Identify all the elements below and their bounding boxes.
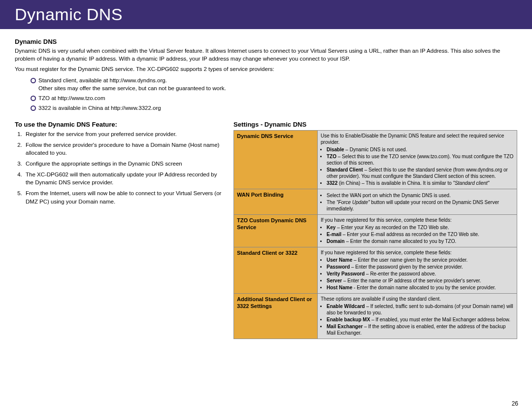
section-heading-intro: Dynamic DNS bbox=[15, 38, 517, 45]
provider-item-tzo: TZO at http://www.tzo.com bbox=[31, 94, 517, 102]
desc-dns-service: Use this to Enable/Disable the Dynamic D… bbox=[318, 130, 517, 189]
provider-item-3322: 3322 is available in China at http://www… bbox=[31, 104, 517, 112]
row-tzo-service: TZO Custom Dynamic DNS Service If you ha… bbox=[234, 214, 517, 247]
row-additional-settings: Additional Standard Client or 3322 Setti… bbox=[234, 293, 517, 339]
steps-list: Register for the service from your prefe… bbox=[24, 130, 222, 206]
label-standard-client: Standard Client or 3322 bbox=[234, 247, 318, 293]
step-3: Configure the appropriate settings in th… bbox=[24, 160, 222, 168]
settings-table: Dynamic DNS Service Use this to Enable/D… bbox=[233, 130, 517, 339]
provider-list: Standard client, available at http://www… bbox=[31, 76, 517, 112]
page-banner-title: Dynamic DNS bbox=[15, 5, 522, 24]
section-heading-settings: Settings - Dynamic DNS bbox=[233, 121, 517, 128]
step-4: The XC-DPG602 will then automatically up… bbox=[24, 171, 222, 186]
step-1: Register for the service from your prefe… bbox=[24, 130, 222, 138]
content: Dynamic DNS Dynamic DNS is very useful w… bbox=[0, 29, 532, 344]
row-dns-service: Dynamic DNS Service Use this to Enable/D… bbox=[234, 130, 517, 189]
row-standard-client: Standard Client or 3322 If you have regi… bbox=[234, 247, 517, 293]
desc-wan-port: Select the WAN port on which the Dynamic… bbox=[318, 189, 517, 214]
header-bar: Dynamic DNS bbox=[0, 0, 532, 29]
label-wan-port: WAN Port Binding bbox=[234, 189, 318, 214]
page-number: 26 bbox=[512, 400, 518, 407]
intro-paragraph-1: Dynamic DNS is very useful when combined… bbox=[15, 47, 517, 63]
desc-additional-settings: These options are available if using the… bbox=[318, 293, 517, 339]
right-column: Settings - Dynamic DNS Dynamic DNS Servi… bbox=[233, 121, 517, 339]
desc-standard-client: If you have registered for this service,… bbox=[318, 247, 517, 293]
intro-paragraph-2: You must register for the Dynamic DNS se… bbox=[15, 66, 517, 73]
row-wan-port: WAN Port Binding Select the WAN port on … bbox=[234, 189, 517, 214]
label-dns-service: Dynamic DNS Service bbox=[234, 130, 318, 189]
label-tzo-service: TZO Custom Dynamic DNS Service bbox=[234, 214, 318, 247]
section-heading-use: To use the Dynamic DNS Feature: bbox=[15, 121, 222, 128]
label-additional-settings: Additional Standard Client or 3322 Setti… bbox=[234, 293, 318, 339]
step-2: Follow the service provider's procedure … bbox=[24, 141, 222, 157]
left-column: To use the Dynamic DNS Feature: Register… bbox=[15, 121, 222, 208]
desc-tzo-service: If you have registered for this service,… bbox=[318, 214, 517, 247]
step-5: From the Internet, users will now be abl… bbox=[24, 189, 222, 205]
provider-item-dyndns: Standard client, available at http://www… bbox=[31, 76, 517, 92]
